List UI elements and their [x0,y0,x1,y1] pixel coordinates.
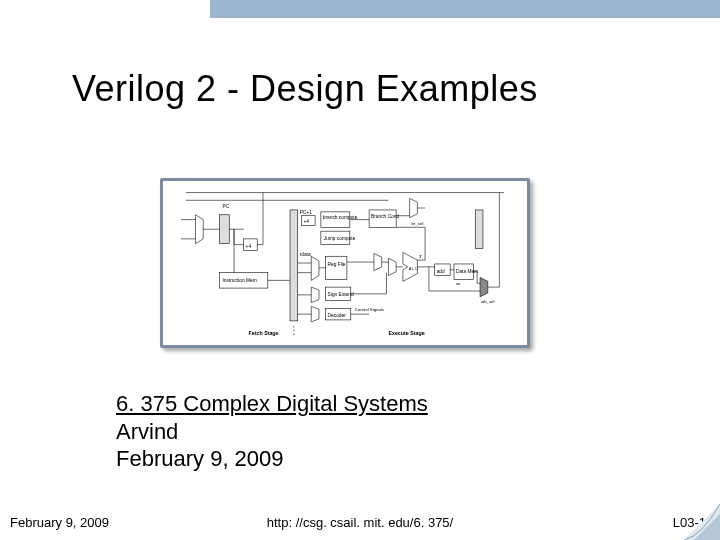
label-branch-compute: branch compute [323,215,358,220]
label-reg-file: Reg File [328,262,346,267]
label-wb-sel: wb_sel [481,299,495,304]
svg-marker-20 [311,256,319,280]
label-data-mem: Data Mem [456,269,478,274]
label-add: add [437,269,445,274]
label-jump-compute: Jump compute [324,236,356,241]
svg-marker-49 [480,277,488,296]
label-alu: A L U [409,267,418,271]
label-rdata: rdata [300,252,311,257]
label-pc: PC [222,204,229,209]
label-pc-plus1: PC+1 [300,210,312,215]
svg-rect-16 [290,210,298,321]
subtitle-block: 6. 375 Complex Digital Systems Arvind Fe… [116,390,428,473]
svg-rect-21 [326,256,347,279]
label-br-sel: br_sel [412,221,424,226]
svg-marker-35 [388,258,396,275]
svg-rect-60 [475,210,483,249]
course-name: 6. 375 Complex Digital Systems [116,390,428,418]
svg-marker-2 [195,215,203,244]
label-control-signals: Control Signals [355,307,384,312]
label-wr: wr [456,281,461,286]
slide-title: Verilog 2 - Design Examples [72,68,538,110]
svg-rect-5 [220,215,230,244]
svg-marker-57 [410,198,418,217]
label-sign-extend: Sign Extend [328,292,354,297]
lecture-date: February 9, 2009 [116,445,428,473]
header-accent-bar [210,0,720,18]
footer-url: http: //csg. csail. mit. edu/6. 375/ [0,515,720,530]
label-execute-stage: Execute Stage [388,330,424,336]
svg-marker-28 [311,306,319,321]
circuit-diagram: PC +4 Instruction Mem PC+1 [160,178,530,348]
pipeline-diagram-svg: PC +4 Instruction Mem PC+1 [163,181,527,345]
label-instr-mem: Instruction Mem [222,278,256,283]
label-plus4-2: +4 [304,219,310,224]
label-decoder: Decoder [328,313,347,318]
label-fetch-stage: Fetch Stage [249,330,279,336]
label-z: z [419,254,422,259]
author-name: Arvind [116,418,428,446]
svg-marker-34 [374,253,382,270]
label-plus4: +4 [246,244,252,249]
label-branch-cond: Branch Cond [371,214,399,219]
page-curl-icon [684,504,720,540]
svg-marker-25 [311,287,319,302]
